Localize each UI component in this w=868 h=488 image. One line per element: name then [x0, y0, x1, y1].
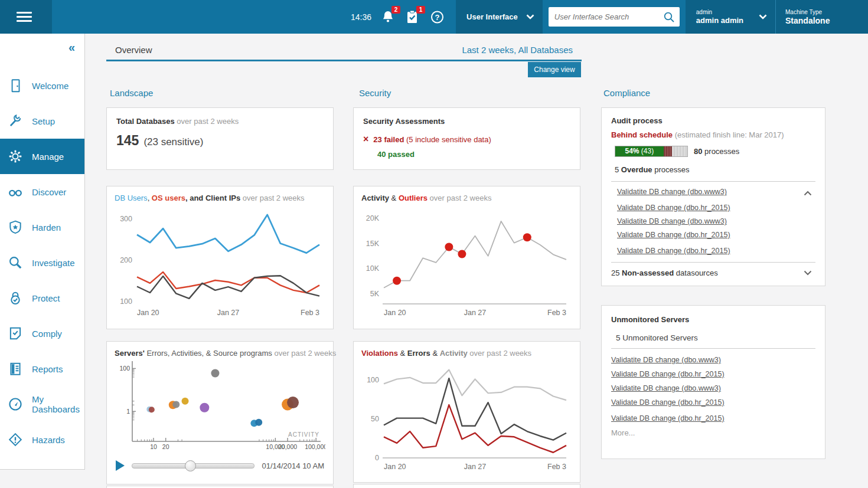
unmonitored-server-link[interactable]: Validatite DB change (dbo.www3)	[611, 356, 721, 364]
failed-count: 23 failed	[373, 135, 404, 144]
violations-chart: 050100Jan 20Jan 27Feb 3	[361, 358, 572, 473]
sidebar-item-harden[interactable]: Harden	[0, 209, 84, 245]
violations-errors-card: Violations & Errors & Activity over past…	[353, 341, 580, 483]
magnifier-icon	[8, 255, 23, 270]
svg-text:Feb 3: Feb 3	[301, 309, 319, 317]
sidebar: « Welcome Setup	[0, 34, 85, 470]
overdue-process-link[interactable]: Validate DB change (dbo.hr_2015)	[617, 231, 730, 239]
chevron-up-icon[interactable]	[804, 188, 812, 198]
progress-remaining	[672, 146, 687, 156]
door-icon	[8, 78, 23, 93]
play-button[interactable]	[116, 460, 125, 471]
passed-count: 40 passed	[377, 150, 570, 159]
svg-text:15K: 15K	[366, 240, 380, 248]
clock-time: 14:36	[351, 12, 371, 22]
svg-text:?: ?	[435, 12, 440, 21]
user-name: admin admin	[696, 16, 743, 25]
chevron-down-icon[interactable]	[804, 268, 812, 277]
svg-text:100,000: 100,000	[305, 443, 325, 450]
sidebar-item-setup[interactable]: Setup	[0, 103, 84, 139]
gauge-icon	[8, 397, 23, 412]
svg-text:10: 10	[150, 443, 157, 450]
topbar-search	[549, 7, 680, 27]
overdue-process-link[interactable]: Validate DB change (dbo.hr_2015)	[617, 247, 730, 255]
gear-icon	[8, 149, 23, 164]
ui-section-dropdown[interactable]: User Interface	[456, 0, 543, 34]
change-view-button[interactable]: Change view	[528, 62, 581, 77]
behind-schedule: Behind schedule	[611, 130, 673, 139]
failed-x-icon: ×	[363, 134, 368, 144]
sidebar-item-welcome[interactable]: Welcome	[0, 68, 84, 103]
svg-text:100: 100	[120, 297, 132, 306]
svg-text:10K: 10K	[366, 264, 380, 273]
svg-text:0: 0	[375, 454, 379, 462]
overdue-processes-label: 5 Overdue processes	[615, 165, 815, 174]
security-column-header: Security	[359, 88, 391, 98]
guardium-dashboard: 14:36 2 1 ?	[0, 0, 868, 488]
tasks-button[interactable]: 1	[406, 9, 421, 25]
scope-filter-link[interactable]: Last 2 weeks, All Databases	[106, 45, 573, 55]
help-icon: ?	[430, 9, 444, 25]
hamburger-icon	[17, 12, 32, 14]
slider-date: 01/14/2014 10 AM	[262, 461, 324, 470]
svg-text:100: 100	[367, 376, 379, 384]
notifications-bell-button[interactable]: 2	[381, 9, 396, 25]
audit-progress-bar: 54% (43)	[615, 146, 688, 157]
sidebar-item-hazards[interactable]: Hazards	[0, 422, 84, 457]
total-databases-card: Total Databases over past 2 weeks 145(23…	[106, 107, 334, 170]
sidebar-item-discover[interactable]: Discover	[0, 174, 84, 209]
svg-text:Jan 20: Jan 20	[384, 463, 406, 471]
overdue-process-link[interactable]: Validatite DB change (dbo.www3)	[617, 188, 727, 196]
svg-text:Jan 27: Jan 27	[217, 309, 240, 317]
svg-text:ACTIVITY: ACTIVITY	[288, 431, 319, 438]
unmonitored-server-link[interactable]: Validate DB change (dbo.hr_2015)	[611, 414, 725, 423]
sidebar-item-manage[interactable]: Manage	[0, 139, 84, 174]
search-icon[interactable]	[663, 11, 675, 23]
sidebar-item-my-dashboards[interactable]: My Dashboards	[0, 387, 84, 422]
hazard-icon	[8, 432, 23, 447]
svg-text:Jan 20: Jan 20	[137, 309, 159, 317]
lock-check-icon	[8, 290, 23, 306]
svg-text:200: 200	[120, 256, 132, 264]
unmonitored-count: 5 Unmonitored Servers	[616, 333, 815, 342]
sidebar-item-investigate[interactable]: Investigate	[0, 245, 84, 280]
unmonitored-server-link[interactable]: Validatite DB change (dbo.www3)	[611, 384, 721, 392]
svg-text:Feb 3: Feb 3	[547, 463, 566, 471]
bell-badge: 2	[391, 6, 400, 14]
card-title: Security Assessments	[363, 117, 445, 126]
sidebar-item-reports[interactable]: Reports	[0, 351, 84, 387]
progress-overdue	[664, 146, 673, 156]
slider-track[interactable]	[132, 463, 254, 469]
user-role: admin	[696, 9, 743, 16]
svg-text:Feb 3: Feb 3	[547, 309, 566, 317]
slider-thumb[interactable]	[185, 460, 196, 471]
chevron-down-icon	[759, 14, 767, 19]
topbar: 14:36 2 1 ?	[0, 0, 868, 34]
more-link[interactable]: More...	[611, 428, 815, 437]
overdue-process-link[interactable]: Validatite DB change (dbo.www3)	[617, 217, 727, 225]
binoculars-icon	[8, 184, 23, 199]
card-title: Unmonitored Servers	[611, 315, 689, 324]
chevron-down-icon	[526, 14, 534, 19]
help-button[interactable]: ?	[430, 9, 444, 25]
machine-type-label: Machine Type	[785, 9, 856, 16]
sidebar-item-protect[interactable]: Protect	[0, 280, 84, 316]
next-card-edge	[353, 484, 580, 488]
non-assessed-row: 25 Non-assessed datasources	[611, 268, 815, 277]
svg-text:20,000: 20,000	[278, 443, 297, 450]
unmonitored-servers-card: Unmonitored Servers 5 Unmonitored Server…	[601, 305, 825, 459]
unmonitored-server-link[interactable]: Validate DB change (dbo.hr_2015)	[611, 370, 725, 378]
sidebar-collapse-button[interactable]: «	[68, 42, 75, 53]
compliance-column-header: Compliance	[603, 88, 650, 98]
card-title: Total Databases	[116, 117, 175, 126]
svg-text:1: 1	[126, 408, 130, 415]
unmonitored-server-link[interactable]: Validate DB change (dbo.hr_2015)	[611, 398, 725, 407]
sidebar-item-comply[interactable]: Comply	[0, 316, 84, 351]
overdue-process-link[interactable]: Validate DB change (dbo.hr_2015)	[617, 204, 730, 212]
time-slider: 01/14/2014 10 AM	[115, 460, 325, 471]
hamburger-menu-button[interactable]	[0, 0, 52, 34]
user-menu[interactable]: admin admin admin	[686, 0, 775, 34]
total-databases-value: 145	[116, 133, 139, 148]
svg-text:300: 300	[120, 215, 132, 223]
search-input[interactable]	[553, 12, 663, 22]
